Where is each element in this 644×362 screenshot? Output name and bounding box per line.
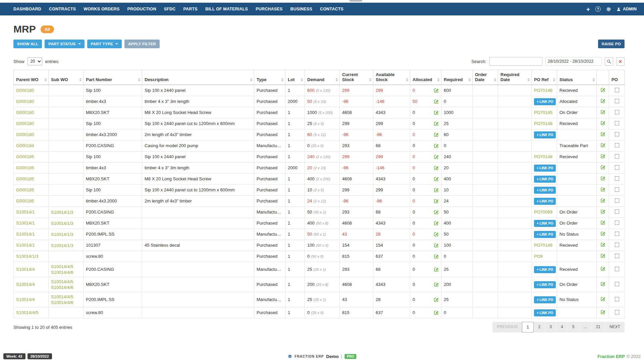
col-header-order-date[interactable]: Order Date	[473, 70, 498, 85]
pagination-page-1[interactable]: 1	[522, 322, 534, 333]
edit-allocated-icon[interactable]	[434, 132, 439, 137]
sub-wo-link[interactable]: S10014/1/3	[51, 209, 81, 215]
pagination-page-5[interactable]: 5	[568, 322, 579, 333]
parent-wo-link[interactable]: S10014/4	[16, 297, 35, 302]
edit-allocated-icon[interactable]	[434, 198, 439, 203]
link-po-button[interactable]: + LINK PO	[534, 98, 556, 105]
link-po-button[interactable]: + LINK PO	[534, 220, 556, 227]
sub-wo-link[interactable]: S10014/4/5	[51, 264, 81, 269]
po-select-checkbox[interactable]	[615, 165, 620, 170]
col-header-sub-wo[interactable]: Sub WO	[49, 70, 84, 85]
po-select-checkbox[interactable]	[615, 282, 620, 287]
edit-row-icon[interactable]	[600, 98, 605, 103]
nav-item-bill-of-materials[interactable]: BILL OF MATERIALS	[205, 7, 248, 11]
edit-row-icon[interactable]	[600, 187, 605, 192]
parent-wo-link[interactable]: S10014/1	[16, 243, 35, 248]
raise-po-button[interactable]: RAISE PO	[598, 40, 625, 48]
link-po-button[interactable]: + LINK PO	[534, 296, 556, 303]
edit-row-icon[interactable]	[600, 266, 605, 271]
po-select-checkbox[interactable]	[615, 198, 620, 203]
entries-select[interactable]: 20	[28, 57, 42, 65]
col-header-status[interactable]: Status	[557, 70, 597, 85]
sub-wo-link[interactable]: S10014/1/3	[51, 232, 81, 237]
pagination-page-21[interactable]: 21	[591, 322, 605, 333]
date-range-input[interactable]	[545, 57, 602, 66]
po-ref-link[interactable]: PO70148	[534, 88, 552, 93]
edit-allocated-icon[interactable]	[434, 143, 439, 148]
nav-item-dashboard[interactable]: DASHBOARD	[13, 7, 41, 11]
parent-wo-link[interactable]: G000184	[16, 143, 34, 148]
parent-wo-link[interactable]: G000185	[16, 187, 34, 192]
sub-wo-link[interactable]: S10014/1/3	[51, 243, 81, 248]
clear-search-button[interactable]: ×	[616, 57, 625, 66]
sub-wo-link[interactable]: S10014/4/5	[51, 294, 81, 300]
po-select-checkbox[interactable]	[615, 232, 620, 236]
settings-gear-icon[interactable]	[606, 7, 611, 12]
edit-row-icon[interactable]	[600, 120, 605, 125]
link-po-button[interactable]: + LINK PO	[534, 309, 556, 316]
parent-wo-link[interactable]: S10014/1	[16, 209, 35, 215]
pagination-next[interactable]: NEXT	[605, 322, 625, 333]
search-input[interactable]	[489, 57, 542, 66]
admin-menu[interactable]: ADMIN	[616, 7, 637, 11]
parent-wo-link[interactable]: G000185	[16, 176, 34, 181]
edit-row-icon[interactable]	[600, 176, 605, 181]
edit-allocated-icon[interactable]	[434, 121, 439, 126]
nav-item-contracts[interactable]: CONTRACTS	[49, 7, 76, 11]
po-select-checkbox[interactable]	[615, 99, 620, 104]
edit-allocated-icon[interactable]	[434, 254, 439, 259]
nav-item-business[interactable]: BUSINESS	[290, 7, 312, 11]
nav-item-production[interactable]: PRODUCTION	[127, 7, 156, 11]
col-header-parent-wo[interactable]: Parent WO	[14, 70, 49, 85]
sub-wo-link[interactable]: S10014/4/6	[51, 285, 81, 290]
po-select-checkbox[interactable]	[615, 209, 620, 214]
edit-allocated-icon[interactable]	[434, 282, 439, 287]
edit-row-icon[interactable]	[600, 198, 605, 203]
col-header-current-stock[interactable]: Current Stock	[340, 70, 373, 85]
edit-row-icon[interactable]	[600, 309, 605, 314]
po-select-checkbox[interactable]	[615, 176, 620, 181]
edit-row-icon[interactable]	[600, 131, 605, 136]
col-header-description[interactable]: Description	[142, 70, 254, 85]
edit-row-icon[interactable]	[600, 231, 605, 236]
edit-allocated-icon[interactable]	[434, 187, 439, 192]
pagination-page-2[interactable]: 2	[534, 322, 545, 333]
po-select-checkbox[interactable]	[615, 187, 620, 192]
edit-row-icon[interactable]	[600, 154, 605, 159]
pagination-page-3[interactable]: 3	[545, 322, 556, 333]
sub-wo-link[interactable]: S10014/4/6	[51, 269, 81, 275]
link-po-button[interactable]: + LINK PO	[534, 165, 556, 172]
edit-row-icon[interactable]	[600, 296, 605, 301]
edit-allocated-icon[interactable]	[434, 221, 439, 226]
parent-wo-link[interactable]: G000185	[16, 165, 34, 170]
link-po-button[interactable]: + LINK PO	[534, 187, 556, 194]
po-select-checkbox[interactable]	[615, 243, 620, 247]
edit-row-icon[interactable]	[600, 109, 605, 114]
po-select-checkbox[interactable]	[615, 88, 620, 93]
nav-item-purchases[interactable]: PURCHASES	[256, 7, 282, 11]
link-po-button[interactable]: + LINK PO	[534, 198, 556, 205]
help-icon[interactable]: ?	[595, 6, 601, 12]
col-header-po-ref[interactable]: PO Ref	[532, 70, 557, 85]
search-button[interactable]	[605, 57, 613, 66]
col-header-required-date[interactable]: Required Date	[498, 70, 532, 85]
edit-allocated-icon[interactable]	[434, 99, 439, 104]
pagination-page-4[interactable]: 4	[556, 322, 568, 333]
edit-row-icon[interactable]	[600, 209, 605, 214]
parent-wo-link[interactable]: G000180	[16, 99, 34, 104]
edit-allocated-icon[interactable]	[434, 154, 439, 159]
sub-wo-link[interactable]: S10014/4/5	[51, 279, 81, 285]
pagination-previous[interactable]: PREVIOUS	[492, 322, 522, 333]
sub-wo-link[interactable]: S10014/4/6	[51, 300, 81, 305]
link-po-button[interactable]: + LINK PO	[534, 281, 556, 288]
edit-allocated-icon[interactable]	[434, 297, 439, 302]
part-status-dropdown[interactable]: PART STATUS	[45, 40, 84, 48]
edit-row-icon[interactable]	[600, 220, 605, 225]
parent-wo-link[interactable]: S10014/1/3	[16, 254, 39, 259]
parent-wo-link[interactable]: S10014/4	[16, 282, 35, 287]
parent-wo-link[interactable]: S10014/4	[16, 267, 35, 272]
col-header-type[interactable]: Type	[254, 70, 285, 85]
edit-row-icon[interactable]	[600, 87, 605, 92]
edit-row-icon[interactable]	[600, 281, 605, 286]
col-header-lot[interactable]: Lot	[285, 70, 305, 85]
